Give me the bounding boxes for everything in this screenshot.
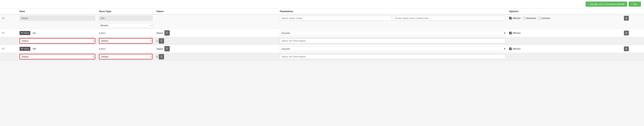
- row-43-nom-input[interactable]: [20, 16, 95, 21]
- row-43-gear[interactable]: ⚙: [622, 15, 644, 22]
- row-43-valeur: [154, 15, 278, 22]
- row-45-sub-list-button[interactable]: ☰: [159, 54, 164, 59]
- col-header-options: Options: [507, 8, 622, 15]
- row-43-sub-nom: [18, 22, 97, 29]
- row-44-defaut-select[interactable]: Défaut: [99, 38, 152, 43]
- list-icon-45-sub: ☰: [160, 55, 162, 58]
- row-44-icon-label: Icône: [24, 32, 29, 34]
- row-43-soustype: info: [97, 15, 154, 22]
- row-44-valeur-text: Status: [156, 32, 163, 34]
- col-header-id: [0, 8, 18, 15]
- add-command-label-2: Ajo...: [633, 3, 639, 6]
- row-44-afficher-label[interactable]: Afficher: [509, 32, 521, 34]
- row-43-params: [278, 15, 507, 22]
- row-44-afficher-checkbox[interactable]: [509, 32, 512, 34]
- list-icon-44-sub: ☰: [160, 40, 162, 42]
- row-45-sub-gear: [622, 53, 644, 61]
- row-45-list-button[interactable]: ☰: [164, 46, 170, 51]
- row-45-sub-options: [507, 53, 622, 61]
- row-45-soustype-text: action: [99, 47, 106, 50]
- row-45-sub-valeur-text: 0: [156, 55, 158, 58]
- row-44-gear-button[interactable]: ⚙: [624, 31, 629, 35]
- row-45-id: 45: [0, 45, 18, 53]
- row-44-info-input[interactable]: [280, 38, 506, 43]
- row-44-status-select[interactable]: Status: [20, 38, 95, 43]
- row-45-gear[interactable]: ⚙: [622, 45, 644, 53]
- row-44-options: Afficher: [507, 29, 622, 37]
- row-45-sub-nom[interactable]: Status ▾: [18, 53, 97, 61]
- row-43-gear-button[interactable]: ⚙: [624, 16, 629, 21]
- table-row-45-sub: Status ▾ Défaut ▾: [0, 53, 644, 61]
- col-header-valeur: Valeur: [154, 8, 278, 15]
- row-45-off-label: Off: [31, 47, 37, 51]
- row-43-sub-valeur: [154, 22, 278, 29]
- row-44-gear[interactable]: ⚙: [622, 29, 644, 37]
- row-44-aucune-select[interactable]: Aucune: [280, 31, 504, 35]
- row-44-icon-flag: ⚑ Icône: [20, 31, 30, 35]
- chevron-down-icon-44: ▾: [504, 32, 506, 34]
- row-43-historiser-text: Historiser: [526, 17, 536, 20]
- row-45-icon-flag: ⚑ Icône: [20, 47, 30, 51]
- row-44-on-label: On: [31, 31, 37, 35]
- row-45-aucune-select[interactable]: Aucune: [280, 46, 504, 51]
- row-45-sub-valeur: 0 ☰: [154, 53, 278, 61]
- row-44-sub-valeur-text: 1: [156, 39, 158, 42]
- row-45-sub-soustype[interactable]: Défaut ▾: [97, 53, 154, 61]
- chevron-down-icon-45: ▾: [504, 47, 506, 50]
- row-43-historiser-label[interactable]: Historiser: [523, 17, 536, 20]
- row-45-defaut-select[interactable]: Défaut: [99, 54, 152, 59]
- row-43-inverser-text: Inverser: [542, 17, 550, 20]
- row-43-binaire-select[interactable]: Binaire: [99, 23, 152, 28]
- row-43-sub-id: [0, 22, 18, 29]
- row-45-soustype: action: [97, 45, 154, 53]
- row-43-inverser-label[interactable]: Inverser: [538, 17, 550, 20]
- row-45-info-input[interactable]: [280, 54, 506, 59]
- row-44-id: 44: [0, 29, 18, 37]
- row-44-afficher-text: Afficher: [512, 32, 521, 34]
- list-icon-45: ☰: [166, 47, 168, 50]
- row-44-nom: ⚑ Icône On: [18, 29, 97, 37]
- row-44-list-button[interactable]: ☰: [164, 30, 170, 36]
- row-44-valeur: Status ☰: [154, 29, 278, 37]
- commands-table: Nom Sous-Type Valeur Paramètres Options …: [0, 8, 644, 61]
- col-header-soustype: Sous-Type: [97, 8, 154, 15]
- row-43-sub-params: [278, 22, 507, 29]
- row-44-sub-params: [278, 37, 507, 45]
- row-45-afficher-text: Afficher: [512, 47, 521, 50]
- row-43-id: 43: [0, 15, 18, 22]
- row-45-status-select[interactable]: Status: [20, 54, 95, 59]
- table-row-43: 43 info Afficher: [0, 15, 644, 22]
- table-row-44-sub: Status ▾ Défaut ▾: [0, 37, 644, 45]
- row-44-sub-list-button[interactable]: ☰: [159, 38, 164, 44]
- add-command-label: Ajouter une commande virtuelle: [590, 3, 625, 6]
- row-43-afficher-label[interactable]: Afficher: [509, 17, 521, 20]
- row-45-afficher-label[interactable]: Afficher: [509, 47, 521, 50]
- row-45-icon-label: Icône: [24, 48, 29, 50]
- row-43-param1-input[interactable]: [280, 16, 392, 21]
- col-header-nom: Nom: [18, 8, 97, 15]
- row-43-nom[interactable]: [18, 15, 97, 22]
- plus-icon: +: [588, 3, 590, 6]
- row-43-afficher-checkbox[interactable]: [509, 17, 512, 19]
- row-44-sub-id: [0, 37, 18, 45]
- row-43-inverser-checkbox[interactable]: [538, 17, 541, 19]
- gear-icon-44: ⚙: [625, 32, 628, 34]
- row-45-options: Afficher: [507, 45, 622, 53]
- add-command-button-2[interactable]: + Ajo...: [629, 2, 641, 7]
- row-44-params: Aucune ▾: [278, 29, 507, 37]
- row-43-param2-input[interactable]: [393, 16, 506, 21]
- row-44-sub-nom[interactable]: Status ▾: [18, 37, 97, 45]
- gear-icon-43: ⚙: [625, 17, 628, 20]
- row-44-soustype: action: [97, 29, 154, 37]
- row-45-gear-button[interactable]: ⚙: [624, 46, 629, 51]
- row-44-sub-soustype[interactable]: Défaut ▾: [97, 37, 154, 45]
- row-44-sub-gear: [622, 37, 644, 45]
- row-43-historiser-checkbox[interactable]: [523, 17, 525, 19]
- row-45-sub-params: [278, 53, 507, 61]
- row-45-sub-id: [0, 53, 18, 61]
- row-43-sub-soustype[interactable]: Binaire ▾: [97, 22, 154, 29]
- add-virtual-command-button[interactable]: + Ajouter une commande virtuelle: [586, 2, 627, 7]
- top-bar: + Ajouter une commande virtuelle + Ajo..…: [0, 0, 644, 8]
- row-45-afficher-checkbox[interactable]: [509, 48, 512, 50]
- gear-icon-45: ⚙: [625, 47, 628, 50]
